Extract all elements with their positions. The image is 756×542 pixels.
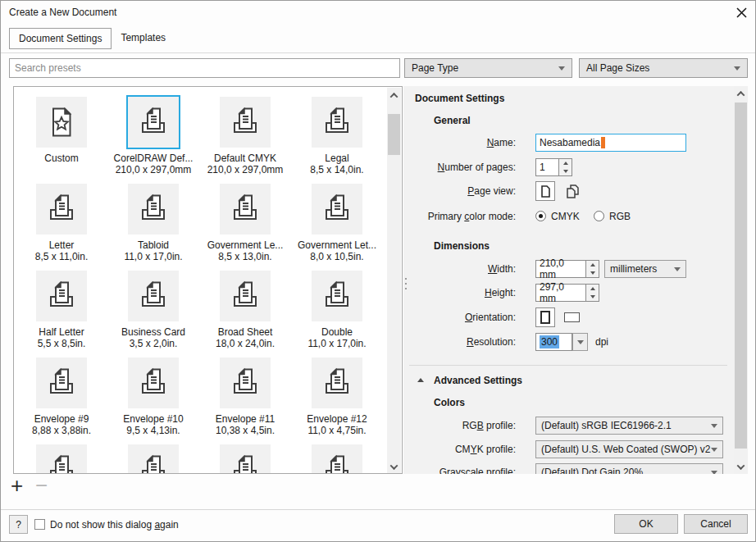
preset-item-envelope-9[interactable]: Envelope #9 8,88 x 3,88in.: [16, 358, 107, 444]
spin-down-icon[interactable]: [559, 167, 572, 175]
preset-item-letter[interactable]: Letter 8,5 x 11,0in.: [16, 184, 107, 271]
spin-up-icon[interactable]: [559, 159, 572, 167]
preset-name: Government Let...: [298, 239, 376, 251]
do-not-show-label[interactable]: Do not show this dialog again: [50, 519, 179, 531]
preset-item-half-letter[interactable]: Half Letter 5,5 x 8,5in.: [16, 271, 107, 358]
multi-page-view-icon[interactable]: [564, 183, 581, 203]
preset-grid: Custom CorelDRAW Def... 210,0 x 297,0mm …: [16, 97, 386, 474]
grayscale-profile-dropdown[interactable]: (Default) Dot Gain 20%: [535, 463, 723, 474]
collapse-icon[interactable]: [417, 378, 424, 382]
add-preset-button[interactable]: +: [11, 475, 23, 496]
preset-item-broad-sheet[interactable]: Broad Sheet 18,0 x 24,0in.: [199, 271, 291, 358]
tab-document-settings[interactable]: Document Settings: [9, 28, 112, 49]
pages-field[interactable]: 1: [535, 158, 559, 176]
width-stepper[interactable]: [586, 260, 599, 278]
help-button[interactable]: ?: [9, 515, 28, 534]
height-stepper[interactable]: [586, 284, 599, 302]
resolution-field[interactable]: 300: [535, 333, 572, 351]
preset-size: 10,38 x 4,5in.: [216, 425, 275, 436]
preset-item-government-legal[interactable]: Government Le... 8,5 x 13,0in.: [199, 184, 291, 271]
dpi-label: dpi: [595, 336, 608, 348]
preset-item-coreldraw-default[interactable]: CorelDRAW Def... 210,0 x 297,0mm: [107, 97, 199, 184]
document-tray-icon: [312, 97, 362, 148]
scroll-up-icon[interactable]: [734, 86, 748, 101]
preset-item-partial[interactable]: [16, 444, 107, 474]
document-tray-icon: [220, 444, 271, 474]
chevron-down-icon: [577, 340, 584, 344]
chevron-down-icon: [734, 66, 740, 71]
preset-item-default-cmyk[interactable]: Default CMYK 210,0 x 297,0mm: [199, 97, 291, 184]
preset-item-legal[interactable]: Legal 8,5 x 14,0in.: [291, 97, 383, 184]
rgb-profile-dropdown[interactable]: (Default) sRGB IEC61966-2.1: [535, 417, 723, 435]
name-field[interactable]: Nesabamedia: [535, 134, 686, 152]
preset-name: Tabloid: [138, 239, 169, 251]
preset-item-government-letter[interactable]: Government Let... 8,0 x 10,5in.: [291, 184, 383, 271]
spin-down-icon[interactable]: [586, 293, 599, 301]
grayscale-profile-label: Grayscale profile:: [439, 467, 516, 474]
landscape-orientation-icon[interactable]: [564, 312, 580, 322]
section-separator: [409, 365, 727, 366]
units-dropdown[interactable]: millimeters: [604, 260, 686, 278]
preset-item-partial[interactable]: [291, 444, 383, 474]
document-tray-icon: [36, 271, 87, 321]
resolution-dropdown-button[interactable]: [572, 333, 588, 351]
advanced-settings-heading[interactable]: Advanced Settings: [434, 375, 522, 386]
orientation-label: Orientation:: [465, 312, 516, 323]
preset-size: 5,5 x 8,5in.: [38, 338, 86, 349]
footer-separator: [1, 509, 756, 510]
chevron-down-icon: [558, 66, 565, 71]
search-input[interactable]: [9, 58, 400, 78]
cmyk-radio[interactable]: [535, 211, 546, 221]
spin-up-icon[interactable]: [586, 261, 599, 269]
document-tray-icon: [220, 271, 271, 321]
preset-item-tabloid[interactable]: Tabloid 11,0 x 17,0in.: [107, 184, 199, 271]
close-icon[interactable]: [734, 5, 749, 20]
single-page-view-icon[interactable]: [535, 181, 555, 201]
preset-list-scrollbar[interactable]: [387, 88, 401, 474]
tab-separator: [1, 52, 756, 53]
document-tray-icon: [36, 184, 87, 235]
page-type-dropdown[interactable]: Page Type: [404, 58, 572, 78]
width-field[interactable]: 210,0 mm: [535, 260, 586, 278]
preset-name: Envelope #12: [307, 413, 367, 425]
preset-item-envelope-11[interactable]: Envelope #11 10,38 x 4,5in.: [199, 358, 291, 444]
dimensions-heading: Dimensions: [434, 240, 490, 252]
document-tray-icon: [312, 184, 362, 235]
preset-item-partial[interactable]: [107, 444, 199, 474]
tab-bar: Document Settings Templates: [9, 28, 175, 49]
preset-name: Envelope #11: [216, 413, 276, 425]
chevron-down-icon: [711, 424, 717, 428]
preset-size: 210,0 x 297,0mm: [116, 164, 192, 175]
preset-name: Government Le...: [207, 239, 284, 251]
tab-templates[interactable]: Templates: [112, 28, 175, 49]
preset-item-envelope-10[interactable]: Envelope #10 9,5 x 4,13in.: [107, 358, 199, 444]
page-sizes-value: All Page Sizes: [586, 62, 649, 74]
preset-item-business-card[interactable]: Business Card 3,5 x 2,0in.: [107, 271, 199, 358]
page-sizes-dropdown[interactable]: All Page Sizes: [579, 58, 748, 78]
settings-panel-scrollbar[interactable]: [734, 86, 748, 474]
preset-item-envelope-12[interactable]: Envelope #12 11,0 x 4,75in.: [291, 358, 383, 444]
spin-down-icon[interactable]: [586, 269, 599, 277]
text-caret: [601, 137, 605, 148]
document-tray-icon: [36, 444, 87, 474]
scroll-down-icon[interactable]: [387, 459, 401, 474]
preset-item-double[interactable]: Double 11,0 x 17,0in.: [291, 271, 383, 358]
portrait-orientation-icon[interactable]: [535, 307, 555, 327]
cancel-button[interactable]: Cancel: [684, 514, 748, 534]
scrollbar-thumb[interactable]: [388, 114, 400, 155]
cmyk-profile-dropdown[interactable]: (Default) U.S. Web Coated (SWOP) v2: [535, 440, 723, 458]
document-tray-icon: [312, 271, 362, 321]
preset-size: 11,0 x 17,0in.: [124, 251, 182, 262]
preset-item-partial[interactable]: [199, 444, 291, 474]
ok-button[interactable]: OK: [614, 514, 678, 534]
spin-up-icon[interactable]: [586, 285, 599, 293]
scrollbar-thumb[interactable]: [735, 102, 747, 449]
preset-name: Double: [321, 326, 353, 338]
scroll-down-icon[interactable]: [734, 459, 748, 474]
scroll-up-icon[interactable]: [387, 88, 401, 102]
preset-item-custom[interactable]: Custom: [16, 97, 107, 184]
pages-stepper[interactable]: [559, 158, 572, 176]
rgb-radio[interactable]: [594, 211, 604, 221]
height-field[interactable]: 297,0 mm: [535, 284, 586, 302]
do-not-show-checkbox[interactable]: [34, 519, 45, 530]
